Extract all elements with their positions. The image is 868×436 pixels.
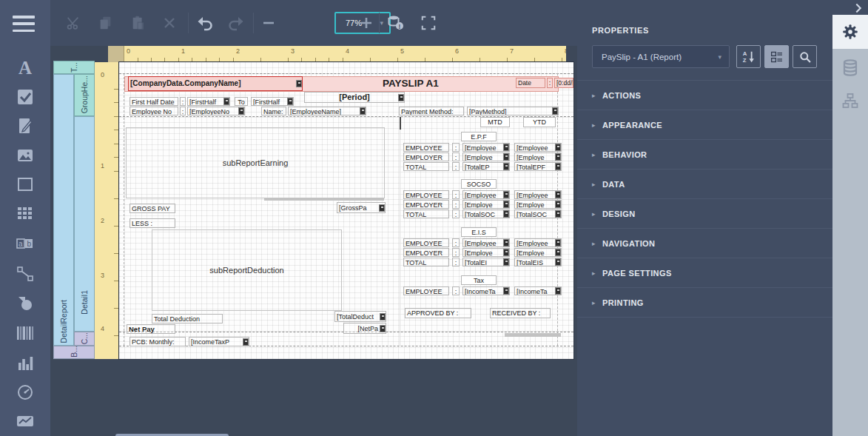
zoom-out-button[interactable] [258, 12, 280, 34]
paste-button[interactable] [127, 12, 149, 34]
payslip-row-label[interactable]: TOTAL [403, 162, 449, 171]
band-group-header[interactable]: GroupHe... [74, 74, 95, 116]
payslip-row-label[interactable]: TOTAL [403, 209, 449, 218]
payslip-row-label[interactable]: EMPLOYEE [403, 286, 449, 295]
smart-tag-icon[interactable] [287, 98, 293, 105]
payslip-field-ytd[interactable]: [Employe [514, 200, 562, 209]
field-net-pay[interactable]: [NetPa [343, 323, 386, 334]
smart-tag-icon[interactable] [360, 107, 366, 115]
field-employee-no[interactable]: [EmployeeNo [187, 107, 245, 115]
band-bottom-margin[interactable]: B... [53, 346, 95, 359]
smart-tag-icon[interactable] [555, 163, 561, 170]
payslip-section-title[interactable]: E.P.F [461, 132, 497, 141]
toolbox-item-shape[interactable] [13, 292, 37, 315]
smart-tag-icon[interactable] [503, 210, 509, 218]
band-detail1[interactable]: Detail1 [74, 116, 95, 332]
sort-az-button[interactable]: AZ [736, 45, 761, 68]
report-title[interactable]: PAYSLIP A1 [303, 76, 519, 91]
smart-tag-icon[interactable] [503, 239, 509, 246]
pcb-label[interactable]: PCB: Monthly: [129, 337, 186, 346]
gross-pay-label[interactable]: GROSS PAY [129, 204, 175, 213]
redo-button[interactable] [225, 12, 247, 34]
toolbox-item-gauge[interactable] [13, 381, 37, 403]
tab-field-list[interactable] [832, 53, 868, 83]
component-selector[interactable]: PaySlip - A1 (Report) ▾ [592, 45, 730, 68]
payslip-field-mtd[interactable]: [TotalEP [462, 162, 510, 171]
band-top-margin[interactable]: T... [53, 61, 95, 74]
field-company-name[interactable]: [CompanyData.CompanyName] [128, 76, 303, 91]
payslip-row-label[interactable]: EMPLOYER [403, 248, 449, 257]
smart-tag-icon[interactable] [555, 201, 561, 208]
smart-tag-icon[interactable] [503, 201, 509, 208]
payslip-row-label[interactable]: EMPLOYEE [403, 143, 449, 152]
band-group-footer[interactable]: C... [74, 332, 95, 346]
subreport-earning[interactable]: subReportEarning [126, 127, 385, 198]
payslip-field-ytd[interactable]: [Employe [514, 152, 562, 161]
category-view-button[interactable] [764, 45, 789, 68]
tab-report-explorer[interactable] [832, 86, 868, 115]
payslip-field-mtd[interactable]: [Employe [462, 248, 510, 257]
payslip-field-ytd[interactable]: [TotalEPF [514, 162, 562, 171]
employee-no-label[interactable]: Employee No [129, 107, 178, 115]
smart-tag-icon[interactable] [555, 191, 561, 198]
toolbox-item-character-comb[interactable]: ab [13, 232, 37, 255]
toolbox-item-chart[interactable] [13, 352, 37, 375]
date-colon[interactable]: : [547, 78, 553, 88]
payslip-row-colon[interactable]: : [452, 248, 460, 257]
payslip-row-colon[interactable]: : [452, 162, 460, 171]
net-pay-label[interactable]: Net Pay [127, 324, 175, 334]
smart-tag-icon[interactable] [238, 107, 244, 115]
smart-tag-icon[interactable] [503, 153, 509, 161]
total-deduction-label[interactable]: Total Deduction [152, 314, 223, 323]
payslip-field-ytd[interactable]: [IncomeTa [514, 286, 562, 295]
cut-button[interactable] [62, 12, 84, 34]
properties-section-actions[interactable]: ▸ACTIONS [577, 80, 832, 110]
smart-tag-icon[interactable] [555, 249, 561, 256]
field-total-deduction[interactable]: [TotalDeduct [334, 311, 386, 322]
smart-tag-icon[interactable] [552, 107, 558, 115]
payslip-field-ytd[interactable]: [Employe [514, 248, 562, 257]
data-source-button[interactable]: ! [385, 12, 407, 34]
payslip-row-colon[interactable]: : [452, 286, 460, 295]
toolbox-item-checkbox[interactable] [13, 86, 37, 108]
smart-tag-icon[interactable] [380, 313, 386, 321]
less-label[interactable]: LESS : [129, 218, 175, 228]
payslip-field-ytd[interactable]: [Employee [514, 190, 562, 199]
zoom-in-button[interactable] [355, 12, 377, 34]
payslip-field-mtd[interactable]: [Employe [462, 200, 510, 209]
approved-by-label[interactable]: APPROVED BY : [405, 308, 471, 318]
payslip-field-ytd[interactable]: [TotalSOC [514, 209, 562, 218]
smart-tag-icon[interactable] [398, 94, 404, 101]
payslip-field-mtd[interactable]: [Employee [462, 190, 510, 199]
payslip-field-mtd[interactable]: [TotalSOC [462, 209, 510, 218]
undo-button[interactable] [194, 12, 216, 34]
colon[interactable]: : [180, 97, 186, 106]
smart-tag-icon[interactable] [555, 258, 561, 266]
payslip-row-colon[interactable]: : [452, 143, 460, 152]
colon[interactable]: : [180, 107, 186, 115]
payslip-row-label[interactable]: EMPLOYER [403, 152, 449, 161]
to-label[interactable]: To [235, 97, 248, 106]
payslip-row-colon[interactable]: : [452, 258, 460, 266]
payslip-row-label[interactable]: TOTAL [403, 258, 449, 266]
field-period[interactable]: [Period] [304, 92, 405, 103]
smart-tag-icon[interactable] [503, 144, 509, 151]
smart-tag-icon[interactable] [243, 338, 249, 346]
toolbox-item-label[interactable]: A [13, 56, 37, 78]
smart-tag-icon[interactable] [503, 249, 509, 256]
smart-tag-icon[interactable] [555, 239, 561, 246]
payslip-field-mtd[interactable]: [IncomeTa [462, 286, 510, 295]
field-payment-method[interactable]: [PayMethod] [467, 107, 559, 115]
toolbox-item-barcode[interactable] [13, 322, 37, 344]
smart-tag-icon[interactable] [503, 287, 509, 295]
smart-tag-icon[interactable] [296, 80, 302, 87]
smart-tag-icon[interactable] [503, 191, 509, 198]
payment-method-label[interactable]: Payment Method: [399, 107, 464, 115]
properties-section-behavior[interactable]: ▸BEHAVIOR [577, 139, 832, 169]
field-first-half-to[interactable]: [FirstHalf [251, 97, 294, 106]
payslip-row-label[interactable]: EMPLOYEE [403, 238, 449, 247]
payslip-row-colon[interactable]: : [452, 190, 460, 199]
date-label[interactable]: Date [516, 78, 545, 88]
tab-properties[interactable] [832, 15, 868, 49]
fullscreen-button[interactable] [417, 12, 440, 34]
